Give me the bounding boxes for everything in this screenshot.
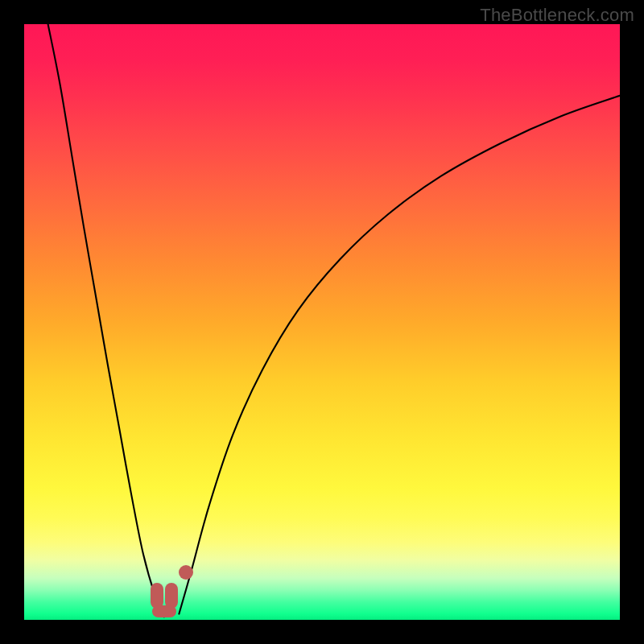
chart-frame: TheBottleneck.com [0,0,644,644]
marker-dot [179,565,193,580]
left-branch-path [48,24,164,617]
watermark-text: TheBottleneck.com [480,5,634,26]
bottleneck-curve [24,24,620,620]
right-branch-path [179,96,620,614]
marker-u-base [152,605,176,617]
plot-area [24,24,620,620]
